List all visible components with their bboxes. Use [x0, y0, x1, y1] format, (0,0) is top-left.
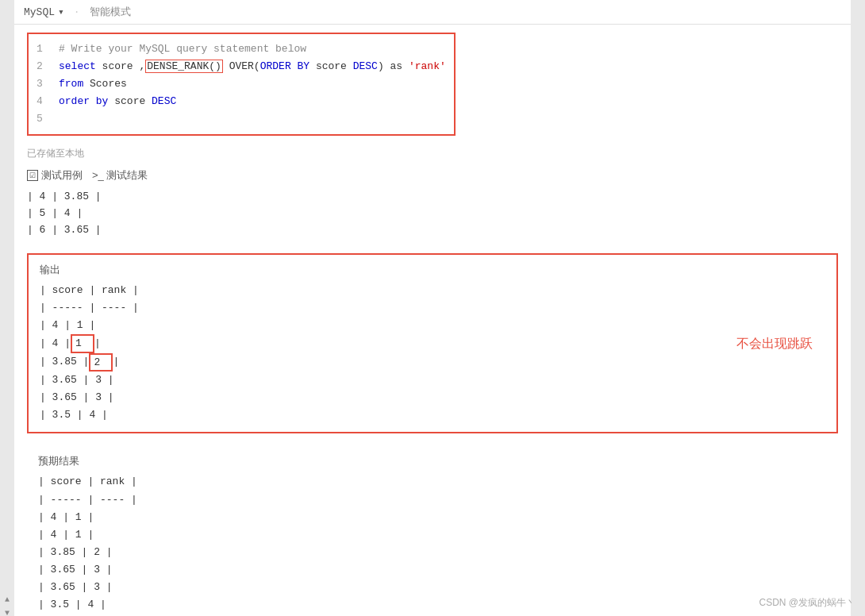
- code-line-1-text: # Write your MySQL query statement below: [59, 40, 306, 58]
- rank-highlight-2: 2: [89, 353, 113, 372]
- expected-row-1: | 4 | 1 |: [38, 509, 827, 526]
- output-row-1: | 4 | 1 |: [40, 317, 825, 334]
- test-case-label: 测试用例: [41, 168, 83, 183]
- code-line-3: 3 from Scores: [37, 75, 446, 93]
- expected-row-5: | 3.65 | 3 |: [38, 579, 827, 596]
- code-box[interactable]: 1 # Write your MySQL query statement bel…: [27, 33, 456, 136]
- expected-table: | score | rank | | ----- | ---- | | 4 | …: [38, 473, 827, 614]
- output-row-5: | 3.65 | 3 |: [40, 389, 825, 406]
- toolbar-divider: ·: [74, 6, 80, 18]
- test-case-icon: ☑: [27, 170, 38, 181]
- test-result-tab[interactable]: >_ 测试结果: [92, 168, 148, 183]
- test-output-small: | 4 | 3.85 | | 5 | 4 | | 6 | 3.65 |: [27, 186, 838, 241]
- output-row-6: | 3.5 | 4 |: [40, 406, 825, 424]
- output-label: 输出: [40, 263, 825, 277]
- expected-row-2: | 4 | 1 |: [38, 526, 827, 544]
- test-output-row-1: | 4 | 3.85 |: [27, 189, 838, 206]
- line-num-5: 5: [37, 110, 52, 128]
- code-line-2: 2 select score ,DENSE_RANK() OVER(ORDER …: [37, 58, 446, 75]
- code-line-3-text: from Scores: [59, 75, 127, 93]
- output-section: 输出 | score | rank | | ----- | ---- | | 4…: [27, 253, 838, 434]
- mysql-selector[interactable]: MySQL ▾: [24, 6, 64, 18]
- line-num-3: 3: [37, 75, 52, 93]
- code-line-2-text: select score ,DENSE_RANK() OVER(ORDER BY…: [59, 58, 446, 75]
- test-output-row-2: | 5 | 4 |: [27, 206, 838, 222]
- code-line-5-text: [59, 110, 65, 128]
- main-content: MySQL ▾ · 智能模式 1 # Write your MySQL quer…: [14, 0, 851, 616]
- mysql-label: MySQL: [24, 6, 55, 18]
- expected-section: 预期结果 | score | rank | | ----- | ---- | |…: [27, 446, 838, 616]
- test-case-tab[interactable]: ☑ 测试用例: [27, 168, 83, 183]
- line-num-2: 2: [37, 58, 52, 75]
- mysql-dropdown-icon: ▾: [58, 6, 64, 18]
- line-num-1: 1: [37, 40, 52, 58]
- expected-row-4: | 3.65 | 3 |: [38, 561, 827, 579]
- saved-label: 已存储至本地: [14, 144, 851, 164]
- expected-row-3: | 3.85 | 2 |: [38, 544, 827, 561]
- no-jump-label: 不会出现跳跃: [736, 335, 813, 352]
- line-num-4: 4: [37, 93, 52, 110]
- csdn-watermark: CSDN @发疯的蜗牛丶: [759, 596, 855, 610]
- output-row-header: | score | rank |: [40, 282, 825, 299]
- code-line-1: 1 # Write your MySQL query statement bel…: [37, 40, 446, 58]
- expected-label: 预期结果: [38, 454, 827, 468]
- right-sidebar: [851, 0, 865, 616]
- expected-row-divider: | ----- | ---- |: [38, 491, 827, 509]
- output-row-divider: | ----- | ---- |: [40, 299, 825, 317]
- toolbar: MySQL ▾ · 智能模式: [14, 0, 851, 25]
- code-line-5: 5: [37, 110, 446, 128]
- code-editor-area: 1 # Write your MySQL query statement bel…: [14, 25, 851, 144]
- test-output-row-3: | 6 | 3.65 |: [27, 222, 838, 239]
- output-row-3: | 3.85 | 2 |: [40, 353, 825, 372]
- smart-mode-label: 智能模式: [90, 5, 131, 19]
- code-line-4-text: order by score DESC: [59, 93, 176, 110]
- test-tabs: ☑ 测试用例 >_ 测试结果: [27, 168, 838, 183]
- output-row-2: | 4 | 1 |: [40, 334, 825, 353]
- test-result-label: >_ 测试结果: [92, 168, 148, 183]
- dense-rank-highlight: DENSE_RANK(): [145, 60, 223, 73]
- output-row-4: | 3.65 | 3 |: [40, 372, 825, 389]
- code-line-4: 4 order by score DESC: [37, 93, 446, 110]
- output-table: | score | rank | | ----- | ---- | | 4 | …: [40, 282, 825, 425]
- sidebar-arrow-up[interactable]: ▲: [5, 595, 10, 604]
- left-sidebar: ▲ ▼: [0, 0, 14, 616]
- sidebar-arrow-down[interactable]: ▼: [5, 609, 10, 616]
- test-section: ☑ 测试用例 >_ 测试结果 | 4 | 3.85 | | 5 | 4 | | …: [14, 164, 851, 246]
- rank-highlight-1: 1: [71, 334, 94, 353]
- expected-row-header: | score | rank |: [38, 473, 827, 491]
- expected-row-6: | 3.5 | 4 |: [38, 596, 827, 614]
